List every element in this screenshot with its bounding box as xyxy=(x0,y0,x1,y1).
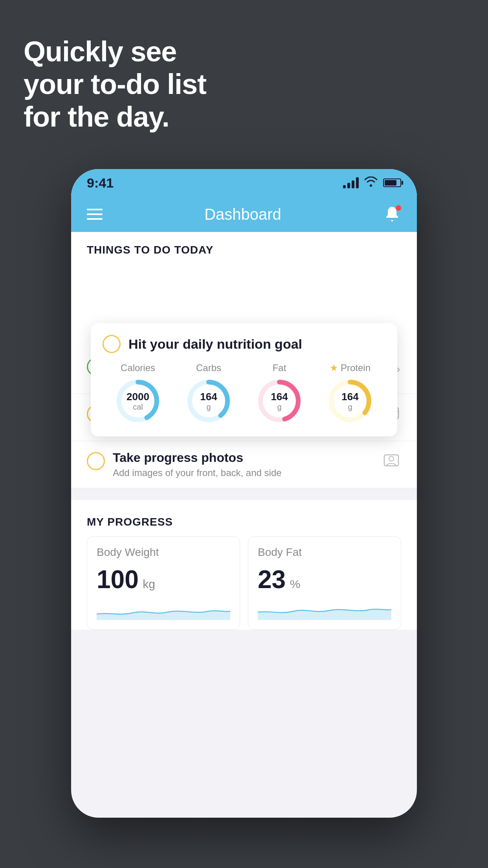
progress-photos-title: Take progress photos xyxy=(113,451,374,465)
signal-icon xyxy=(343,177,359,188)
progress-section-title: MY PROGRESS xyxy=(87,516,401,528)
macro-carbs-label: Carbs xyxy=(196,362,221,373)
fat-unit: g xyxy=(271,402,288,411)
protein-unit: g xyxy=(341,402,358,411)
macro-fat-label: Fat xyxy=(273,362,286,373)
macro-carbs: Carbs 164 g xyxy=(185,362,232,425)
nutrition-card: Hit your daily nutrition goal Calories xyxy=(91,323,397,436)
macro-calories: Calories 2000 cal xyxy=(114,362,161,425)
hamburger-line xyxy=(87,213,103,215)
things-section: THINGS TO DO TODAY Hit your daily nutrit… xyxy=(71,232,417,347)
protein-value: 164 xyxy=(341,391,358,403)
body-fat-unit: % xyxy=(290,577,301,590)
notification-button[interactable] xyxy=(383,205,401,223)
carbs-unit: g xyxy=(200,402,217,411)
donut-calories: 2000 cal xyxy=(114,377,161,425)
svg-point-14 xyxy=(389,456,394,461)
donut-fat: 164 g xyxy=(256,377,303,425)
menu-button[interactable] xyxy=(87,209,103,220)
headline-line3: for the day. xyxy=(24,101,206,133)
body-weight-card-title: Body Weight xyxy=(97,546,230,559)
status-time: 9:41 xyxy=(87,175,114,191)
header-title: Dashboard xyxy=(204,206,281,223)
macro-protein-label: ★ Protein xyxy=(330,362,371,373)
body-fat-card-title: Body Fat xyxy=(258,546,391,559)
body-fat-chart xyxy=(258,600,391,620)
notification-dot xyxy=(396,205,401,211)
progress-cards: Body Weight 100 kg Body Fat 23 % xyxy=(87,536,401,630)
progress-section: MY PROGRESS Body Weight 100 kg Body F xyxy=(71,500,417,630)
things-section-title: THINGS TO DO TODAY xyxy=(87,244,401,256)
battery-icon xyxy=(383,178,401,187)
carbs-value: 164 xyxy=(200,391,217,403)
progress-photos-text: Take progress photos Add images of your … xyxy=(113,451,374,478)
progress-photos-subtitle: Add images of your front, back, and side xyxy=(113,467,374,478)
person-photo-icon xyxy=(382,451,401,470)
app-header: Dashboard xyxy=(71,197,417,232)
nutrition-macros: Calories 2000 cal xyxy=(103,362,385,425)
macro-fat: Fat 164 g xyxy=(256,362,303,425)
progress-photos-checkbox[interactable] xyxy=(87,452,105,470)
star-icon: ★ xyxy=(330,362,338,373)
body-weight-value: 100 xyxy=(97,565,139,594)
fat-value: 164 xyxy=(271,391,288,403)
nutrition-checkbox[interactable] xyxy=(103,335,121,353)
hamburger-line xyxy=(87,218,103,220)
body-weight-unit: kg xyxy=(143,577,155,590)
macro-calories-label: Calories xyxy=(121,362,155,373)
body-fat-card: Body Fat 23 % xyxy=(248,536,401,630)
body-weight-card: Body Weight 100 kg xyxy=(87,536,240,630)
headline-line1: Quickly see xyxy=(24,35,206,68)
calories-value: 2000 xyxy=(127,391,149,403)
body-fat-value: 23 xyxy=(258,565,286,594)
macro-protein: ★ Protein 164 g xyxy=(327,362,374,425)
status-icons xyxy=(343,177,401,189)
headline-line2: your to-do list xyxy=(24,68,206,101)
status-bar: 9:41 xyxy=(71,169,417,197)
todo-item-progress-photos[interactable]: Take progress photos Add images of your … xyxy=(71,441,417,488)
headline: Quickly see your to-do list for the day. xyxy=(24,35,206,133)
donut-protein: 164 g xyxy=(327,377,374,425)
calories-unit: cal xyxy=(127,402,149,411)
nutrition-card-title: Hit your daily nutrition goal xyxy=(128,337,302,352)
body-weight-chart xyxy=(97,600,230,620)
hamburger-line xyxy=(87,209,103,210)
wifi-icon xyxy=(364,177,378,189)
donut-carbs: 164 g xyxy=(185,377,232,425)
phone-frame: 9:41 Da xyxy=(71,169,417,818)
